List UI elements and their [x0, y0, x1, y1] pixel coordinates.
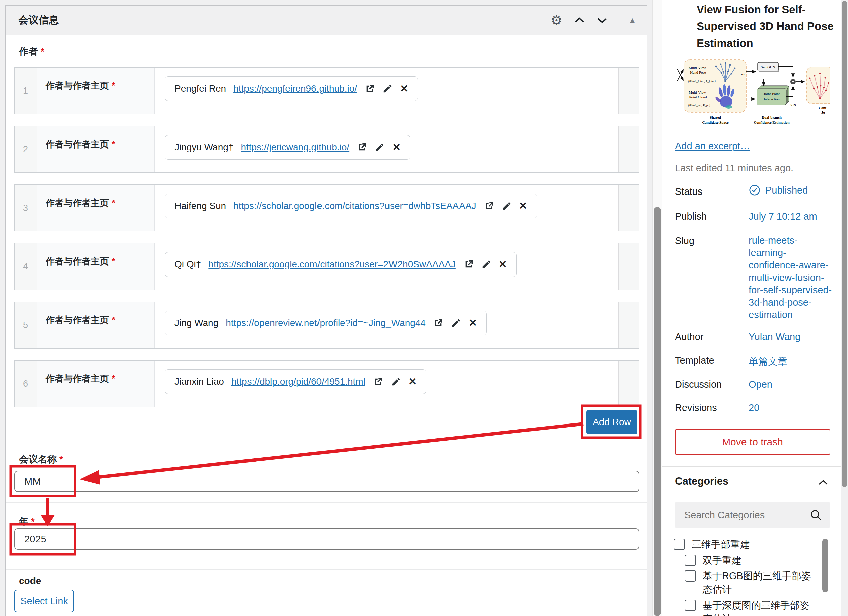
link-field: Qi Qi† https://scholar.google.com/citati… [165, 252, 517, 277]
add-excerpt-link[interactable]: Add an excerpt… [675, 141, 750, 152]
publish-label: Publish [675, 211, 707, 222]
main-scrollbar-track[interactable] [652, 0, 663, 616]
row-hover-cell[interactable] [618, 126, 639, 172]
sidebar-scrollbar-track[interactable] [841, 0, 848, 616]
add-row-button[interactable]: Add Row [586, 410, 637, 434]
figure-caption: Confidence Estimation [753, 120, 789, 124]
remove-link-icon[interactable]: ✕ [400, 84, 408, 94]
external-link-icon[interactable] [357, 142, 368, 153]
row-hover-cell[interactable] [618, 302, 639, 348]
slug-value[interactable]: rule-meets-learning-confidence-aware-mul… [749, 234, 833, 321]
author-name: Pengfei Ren [175, 83, 226, 94]
publish-value[interactable]: July 7 10:12 am [749, 211, 817, 222]
row-hover-cell[interactable] [618, 361, 639, 407]
slug-label: Slug [675, 235, 694, 246]
category-label[interactable]: 基于深度图的三维手部姿态估计 [703, 598, 818, 616]
author-url-link[interactable]: https://scholar.google.com/citations?use… [208, 259, 456, 270]
category-checkbox[interactable] [673, 539, 685, 550]
categories-collapse-chevron-icon[interactable] [817, 479, 829, 488]
edit-pencil-icon[interactable] [382, 84, 393, 94]
row-order-number[interactable]: 5 [15, 302, 37, 348]
metabox-header: 会议信息 ⚙ ▲ [6, 6, 647, 35]
external-link-icon[interactable] [463, 259, 474, 270]
row-hover-cell[interactable] [618, 243, 639, 290]
category-checkbox[interactable] [685, 600, 696, 611]
template-value[interactable]: 单篇文章 [749, 355, 787, 368]
last-edited-text: Last edited 11 minutes ago. [675, 163, 793, 174]
row-order-number[interactable]: 1 [15, 68, 37, 114]
edit-pencil-icon[interactable] [391, 377, 401, 386]
category-checkbox[interactable] [685, 570, 696, 582]
external-link-icon[interactable] [365, 83, 375, 94]
author-value[interactable]: Yulan Wang [749, 332, 801, 342]
author-name: Qi Qi† [175, 259, 201, 270]
category-checkbox[interactable] [685, 555, 696, 566]
category-search-input[interactable] [675, 502, 830, 528]
row-order-number[interactable]: 4 [15, 243, 37, 290]
edit-pencil-icon[interactable] [451, 318, 461, 328]
required-asterisk: * [40, 46, 44, 56]
author-url-link[interactable]: https://openreview.net/profile?id=~Jing_… [226, 318, 425, 329]
year-input[interactable] [15, 528, 639, 550]
figure-formula: {F^init_pc , P_pc} [688, 104, 710, 107]
row-field-area: Jing Wang https://openreview.net/profile… [155, 302, 618, 348]
select-link-button[interactable]: Select Link [15, 589, 74, 612]
category-label[interactable]: 三维手部重建 [692, 538, 807, 551]
remove-link-icon[interactable]: ✕ [392, 142, 400, 153]
edit-pencil-icon[interactable] [375, 142, 385, 153]
row-order-number[interactable]: 6 [15, 361, 37, 407]
external-link-icon[interactable] [373, 376, 384, 387]
discussion-value[interactable]: Open [749, 379, 772, 390]
row-hover-cell[interactable] [618, 185, 639, 231]
row-field-area: Qi Qi† https://scholar.google.com/citati… [155, 243, 618, 290]
row-field-label: 作者与作者主页* [37, 126, 155, 172]
revisions-label: Revisions [675, 403, 717, 413]
remove-link-icon[interactable]: ✕ [468, 318, 477, 328]
author-row: 1 作者与作者主页* Pengfei Ren https://pengfeire… [15, 67, 639, 114]
gear-icon[interactable]: ⚙ [550, 14, 562, 27]
chevron-up-icon[interactable] [574, 17, 585, 24]
conference-name-input[interactable] [15, 471, 639, 492]
remove-link-icon[interactable]: ✕ [519, 201, 528, 211]
author-url-link[interactable]: https://jericwang.github.io/ [241, 142, 349, 153]
revisions-value[interactable]: 20 [749, 403, 759, 413]
category-list-scrollbar-track[interactable] [821, 536, 830, 616]
remove-link-icon[interactable]: ✕ [499, 259, 507, 270]
row-hover-cell[interactable] [618, 68, 639, 114]
row-field-label: 作者与作者主页* [37, 302, 155, 348]
link-field: Jing Wang https://openreview.net/profile… [165, 311, 487, 335]
row-order-number[interactable]: 3 [15, 185, 37, 231]
move-to-trash-button[interactable]: Move to trash [675, 429, 830, 455]
author-name: Jingyu Wang† [175, 142, 233, 153]
figure-label: Hand Pose [690, 70, 706, 74]
author-url-link[interactable]: https://pengfeiren96.github.io/ [233, 83, 357, 94]
external-link-icon[interactable] [483, 200, 494, 211]
category-label[interactable]: 基于RGB图的三维手部姿态估计 [703, 569, 818, 596]
author-url-link[interactable]: https://scholar.google.com/citations?use… [233, 200, 476, 211]
external-link-icon[interactable] [433, 318, 444, 329]
main-scrollbar-thumb[interactable] [654, 207, 661, 616]
discussion-label: Discussion [675, 379, 722, 390]
row-field-label: 作者与作者主页* [37, 361, 155, 407]
edit-pencil-icon[interactable] [502, 201, 512, 211]
metabox-actions: ⚙ ▲ [550, 6, 637, 35]
sidebar-divider [663, 466, 841, 467]
category-label[interactable]: 双手重建 [703, 554, 818, 567]
category-list-scrollbar-thumb[interactable] [822, 539, 828, 592]
status-value[interactable]: Published [749, 184, 808, 196]
row-field-label: 作者与作者主页* [37, 68, 155, 114]
category-item: 基于深度图的三维手部姿态估计 [685, 598, 818, 616]
remove-link-icon[interactable]: ✕ [408, 377, 417, 386]
figure-caption: Dual-branch [762, 115, 782, 119]
wordpress-post-editor: 会议信息 ⚙ ▲ 作者* 1 作者与作者主页* Pengfei Ren [0, 0, 848, 616]
collapse-triangle-icon[interactable]: ▲ [628, 16, 637, 25]
link-field: Jingyu Wang† https://jericwang.github.io… [165, 135, 410, 160]
featured-image[interactable]: Multi-View Hand Pose {F^init_joint , P_j… [675, 52, 830, 129]
row-order-number[interactable]: 2 [15, 126, 37, 172]
figure-label: Multi-View [689, 90, 706, 95]
author-url-link[interactable]: https://dblp.org/pid/60/4951.html [231, 376, 365, 387]
chevron-down-icon[interactable] [596, 17, 608, 24]
edit-pencil-icon[interactable] [481, 259, 491, 270]
sidebar-scrollbar-thumb[interactable] [842, 1, 847, 487]
year-label: 年* [19, 515, 35, 528]
